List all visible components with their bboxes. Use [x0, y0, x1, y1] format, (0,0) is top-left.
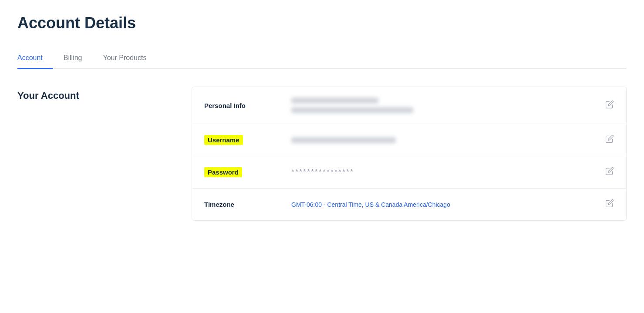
username-label-wrapper: Username — [204, 135, 291, 145]
timezone-row: Timezone GMT-06:00 - Central Time, US & … — [192, 188, 626, 220]
tabs-nav: Account Billing Your Products — [17, 48, 627, 69]
personal-info-row: Personal Info — [192, 87, 626, 124]
username-label: Username — [204, 135, 243, 145]
personal-info-label: Personal Info — [204, 102, 274, 109]
password-label-wrapper: Password — [204, 167, 291, 177]
username-row: Username — [192, 124, 626, 156]
personal-info-edit-button[interactable] — [605, 100, 614, 111]
timezone-edit-button[interactable] — [605, 199, 614, 210]
timezone-value: GMT-06:00 - Central Time, US & Canada Am… — [291, 201, 605, 208]
timezone-label: Timezone — [204, 201, 274, 208]
pencil-icon — [605, 167, 614, 175]
username-blurred — [291, 137, 396, 143]
tab-your-products[interactable]: Your Products — [103, 48, 157, 69]
section-label: Your Account — [17, 87, 174, 221]
tab-account[interactable]: Account — [17, 48, 53, 69]
timezone-label-wrapper: Timezone — [204, 201, 291, 208]
page-title: Account Details — [17, 14, 627, 32]
pencil-icon — [605, 199, 614, 208]
personal-info-label-wrapper: Personal Info — [204, 102, 291, 109]
username-edit-button[interactable] — [605, 135, 614, 145]
tab-billing[interactable]: Billing — [64, 48, 93, 69]
content-layout: Your Account Personal Info Username — [17, 87, 627, 221]
password-label: Password — [204, 167, 242, 177]
pencil-icon — [605, 135, 614, 143]
personal-info-value — [291, 98, 605, 113]
password-row: Password **************** — [192, 156, 626, 188]
account-card: Personal Info Username — [192, 87, 627, 221]
personal-info-line-1 — [291, 98, 378, 104]
pencil-icon — [605, 100, 614, 109]
password-value: **************** — [291, 168, 605, 177]
username-value — [291, 137, 605, 143]
personal-info-line-2 — [291, 107, 413, 113]
password-edit-button[interactable] — [605, 167, 614, 178]
